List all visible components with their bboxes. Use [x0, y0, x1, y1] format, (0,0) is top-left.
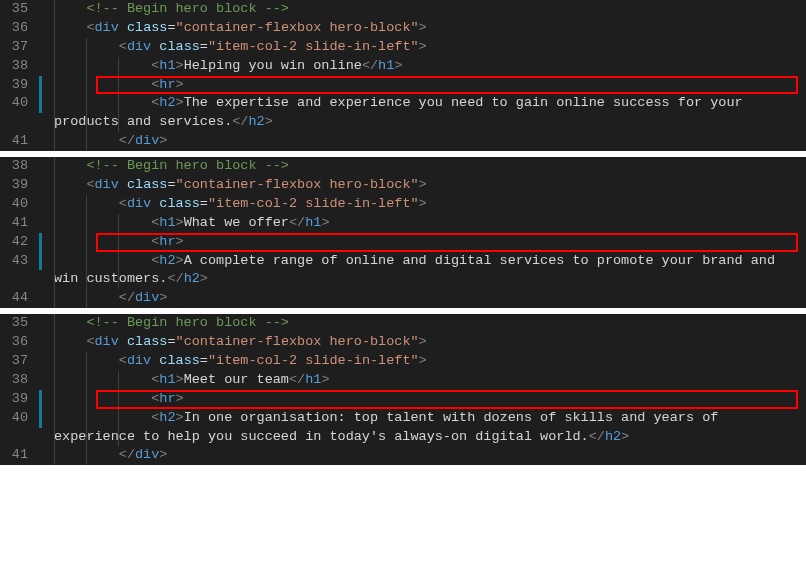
line-number: 38: [0, 371, 38, 390]
indent-guide: [54, 314, 55, 333]
indent-guide: [54, 214, 55, 233]
code-line[interactable]: 37 <div class="item-col-2 slide-in-left"…: [0, 38, 806, 57]
indent-guide: [86, 371, 87, 390]
code-line[interactable]: 41 </div>: [0, 132, 806, 151]
indent-guide: [86, 289, 87, 308]
code-content[interactable]: <div class="container-flexbox hero-block…: [38, 333, 806, 352]
indent-guide: [118, 94, 119, 132]
line-number: 38: [0, 57, 38, 76]
indent-guide: [86, 38, 87, 57]
indent-guide: [54, 333, 55, 352]
code-content[interactable]: </div>: [38, 289, 806, 308]
indent-guide: [54, 38, 55, 57]
code-line[interactable]: 39 <div class="container-flexbox hero-bl…: [0, 176, 806, 195]
code-line[interactable]: 43 <h2>A complete range of online and di…: [0, 252, 806, 290]
line-number: 40: [0, 94, 38, 113]
code-content[interactable]: <div class="container-flexbox hero-block…: [38, 176, 806, 195]
line-number: 36: [0, 19, 38, 38]
line-number: 39: [0, 390, 38, 409]
code-line[interactable]: 38 <h1>Meet our team</h1>: [0, 371, 806, 390]
code-line[interactable]: 36 <div class="container-flexbox hero-bl…: [0, 19, 806, 38]
indent-guide: [86, 352, 87, 371]
line-number: 40: [0, 409, 38, 428]
indent-guide: [118, 371, 119, 390]
line-number: 37: [0, 352, 38, 371]
line-number: 37: [0, 38, 38, 57]
code-content[interactable]: <h1>What we offer</h1>: [38, 214, 806, 233]
line-number: 43: [0, 252, 38, 271]
indent-guide: [86, 132, 87, 151]
code-line[interactable]: 39 <hr>: [0, 76, 806, 95]
code-content[interactable]: <hr>: [38, 233, 806, 252]
indent-guide: [54, 446, 55, 465]
code-line[interactable]: 41 <h1>What we offer</h1>: [0, 214, 806, 233]
line-number: 41: [0, 214, 38, 233]
indent-guide: [86, 409, 87, 447]
code-content[interactable]: <!-- Begin hero block -->: [38, 157, 806, 176]
line-number: 36: [0, 333, 38, 352]
indent-guide: [54, 195, 55, 214]
indent-guide: [54, 57, 55, 76]
code-content[interactable]: <hr>: [38, 390, 806, 409]
code-line[interactable]: 44 </div>: [0, 289, 806, 308]
code-line[interactable]: 37 <div class="item-col-2 slide-in-left"…: [0, 352, 806, 371]
code-content[interactable]: <h2>In one organisation: top talent with…: [38, 409, 806, 447]
line-number: 39: [0, 176, 38, 195]
indent-guide: [86, 94, 87, 132]
indent-guide: [54, 371, 55, 390]
code-line[interactable]: 38 <!-- Begin hero block -->: [0, 157, 806, 176]
code-block: 35 <!-- Begin hero block -->36 <div clas…: [0, 314, 806, 465]
code-content[interactable]: <h1>Meet our team</h1>: [38, 371, 806, 390]
indent-guide: [54, 132, 55, 151]
code-line[interactable]: 40 <h2>The expertise and experience you …: [0, 94, 806, 132]
code-line[interactable]: 40 <div class="item-col-2 slide-in-left"…: [0, 195, 806, 214]
code-line[interactable]: 35 <!-- Begin hero block -->: [0, 314, 806, 333]
code-content[interactable]: <!-- Begin hero block -->: [38, 0, 806, 19]
indent-guide: [118, 390, 119, 409]
line-number: 42: [0, 233, 38, 252]
line-number: 44: [0, 289, 38, 308]
code-content[interactable]: </div>: [38, 446, 806, 465]
code-content[interactable]: <div class="item-col-2 slide-in-left">: [38, 38, 806, 57]
indent-guide: [118, 252, 119, 290]
indent-guide: [54, 352, 55, 371]
indent-guide: [54, 390, 55, 409]
code-content[interactable]: <h2>A complete range of online and digit…: [38, 252, 806, 290]
code-block: 38 <!-- Begin hero block -->39 <div clas…: [0, 157, 806, 308]
code-content[interactable]: </div>: [38, 132, 806, 151]
code-content[interactable]: <!-- Begin hero block -->: [38, 314, 806, 333]
line-number: 35: [0, 314, 38, 333]
indent-guide: [118, 57, 119, 76]
code-line[interactable]: 41 </div>: [0, 446, 806, 465]
code-line[interactable]: 36 <div class="container-flexbox hero-bl…: [0, 333, 806, 352]
code-line[interactable]: 42 <hr>: [0, 233, 806, 252]
indent-guide: [54, 76, 55, 95]
indent-guide: [54, 94, 55, 132]
code-content[interactable]: <h1>Helping you win online</h1>: [38, 57, 806, 76]
indent-guide: [118, 233, 119, 252]
indent-guide: [54, 289, 55, 308]
code-line[interactable]: 40 <h2>In one organisation: top talent w…: [0, 409, 806, 447]
code-content[interactable]: <hr>: [38, 76, 806, 95]
indent-guide: [86, 195, 87, 214]
indent-guide: [118, 76, 119, 95]
line-number: 39: [0, 76, 38, 95]
line-number: 40: [0, 195, 38, 214]
indent-guide: [118, 214, 119, 233]
indent-guide: [118, 409, 119, 447]
indent-guide: [54, 409, 55, 447]
code-line[interactable]: 38 <h1>Helping you win online</h1>: [0, 57, 806, 76]
code-content[interactable]: <h2>The expertise and experience you nee…: [38, 94, 806, 132]
code-line[interactable]: 39 <hr>: [0, 390, 806, 409]
indent-guide: [54, 157, 55, 176]
indent-guide: [86, 214, 87, 233]
line-number: 38: [0, 157, 38, 176]
indent-guide: [86, 390, 87, 409]
indent-guide: [54, 19, 55, 38]
code-content[interactable]: <div class="container-flexbox hero-block…: [38, 19, 806, 38]
code-line[interactable]: 35 <!-- Begin hero block -->: [0, 0, 806, 19]
code-content[interactable]: <div class="item-col-2 slide-in-left">: [38, 195, 806, 214]
code-content[interactable]: <div class="item-col-2 slide-in-left">: [38, 352, 806, 371]
line-number: 41: [0, 132, 38, 151]
indent-guide: [86, 233, 87, 252]
